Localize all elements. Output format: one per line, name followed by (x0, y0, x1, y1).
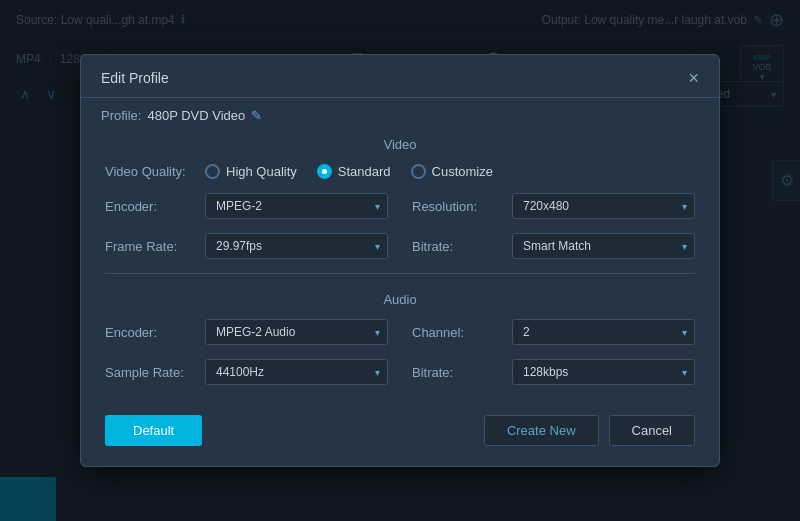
video-bitrate-pair: Bitrate: Smart Match 1000kbps 2000kbps 4… (412, 233, 695, 259)
encoder-select-wrap: MPEG-2 MPEG-1 H.264 ▾ (205, 193, 388, 219)
samplerate-label: Sample Rate: (105, 365, 205, 380)
radio-standard-circle (317, 164, 332, 179)
dialog-header: Edit Profile × (81, 55, 719, 98)
video-quality-label: Video Quality: (105, 164, 205, 179)
framerate-bitrate-row: Frame Rate: 29.97fps 25fps 30fps 24fps ▾… (105, 233, 695, 259)
resolution-pair: Resolution: 720x480 1280x720 1920x1080 ▾ (412, 193, 695, 219)
video-section: Video Video Quality: High Quality Standa… (81, 129, 719, 259)
audio-section: Audio Encoder: MPEG-2 Audio AAC MP3 ▾ (81, 284, 719, 385)
edit-profile-dialog: Edit Profile × Profile: 480P DVD Video ✎… (80, 54, 720, 467)
profile-prefix: Profile: (101, 108, 141, 123)
video-quality-row: Video Quality: High Quality Standard Cus… (105, 164, 695, 179)
cancel-button[interactable]: Cancel (609, 415, 695, 446)
close-button[interactable]: × (688, 69, 699, 87)
audio-encoder-select[interactable]: MPEG-2 Audio AAC MP3 (205, 319, 388, 345)
radio-high-quality[interactable]: High Quality (205, 164, 297, 179)
channel-select-wrap: 2 1 6 ▾ (512, 319, 695, 345)
samplerate-select-wrap: 44100Hz 22050Hz 48000Hz ▾ (205, 359, 388, 385)
samplerate-bitrate-row: Sample Rate: 44100Hz 22050Hz 48000Hz ▾ B… (105, 359, 695, 385)
channel-select[interactable]: 2 1 6 (512, 319, 695, 345)
video-quality-radio-group: High Quality Standard Customize (205, 164, 695, 179)
default-button[interactable]: Default (105, 415, 202, 446)
encoder-pair: Encoder: MPEG-2 MPEG-1 H.264 ▾ (105, 193, 388, 219)
encoder-select[interactable]: MPEG-2 MPEG-1 H.264 (205, 193, 388, 219)
encoder-resolution-row: Encoder: MPEG-2 MPEG-1 H.264 ▾ Resolutio… (105, 193, 695, 219)
radio-customize-label: Customize (432, 164, 493, 179)
resolution-select[interactable]: 720x480 1280x720 1920x1080 (512, 193, 695, 219)
audio-encoder-select-wrap: MPEG-2 Audio AAC MP3 ▾ (205, 319, 388, 345)
framerate-label: Frame Rate: (105, 239, 205, 254)
footer-right-buttons: Create New Cancel (484, 415, 695, 446)
radio-high-quality-label: High Quality (226, 164, 297, 179)
resolution-select-wrap: 720x480 1280x720 1920x1080 ▾ (512, 193, 695, 219)
audio-encoder-pair: Encoder: MPEG-2 Audio AAC MP3 ▾ (105, 319, 388, 345)
radio-customize[interactable]: Customize (411, 164, 493, 179)
encoder-label: Encoder: (105, 199, 205, 214)
create-new-button[interactable]: Create New (484, 415, 599, 446)
profile-name: 480P DVD Video (147, 108, 245, 123)
audio-section-label: Audio (105, 284, 695, 319)
video-bitrate-select[interactable]: Smart Match 1000kbps 2000kbps 4000kbps (512, 233, 695, 259)
audio-bitrate-pair: Bitrate: 128kbps 64kbps 192kbps 256kbps … (412, 359, 695, 385)
radio-high-quality-circle (205, 164, 220, 179)
audio-bitrate-label: Bitrate: (412, 365, 512, 380)
video-bitrate-label: Bitrate: (412, 239, 512, 254)
radio-standard[interactable]: Standard (317, 164, 391, 179)
section-divider (105, 273, 695, 274)
radio-standard-label: Standard (338, 164, 391, 179)
audio-encoder-channel-row: Encoder: MPEG-2 Audio AAC MP3 ▾ Channel: (105, 319, 695, 345)
video-section-label: Video (105, 129, 695, 164)
framerate-pair: Frame Rate: 29.97fps 25fps 30fps 24fps ▾ (105, 233, 388, 259)
samplerate-select[interactable]: 44100Hz 22050Hz 48000Hz (205, 359, 388, 385)
resolution-label: Resolution: (412, 199, 512, 214)
radio-customize-circle (411, 164, 426, 179)
dialog-title: Edit Profile (101, 70, 169, 86)
framerate-select[interactable]: 29.97fps 25fps 30fps 24fps (205, 233, 388, 259)
video-bitrate-select-wrap: Smart Match 1000kbps 2000kbps 4000kbps ▾ (512, 233, 695, 259)
framerate-select-wrap: 29.97fps 25fps 30fps 24fps ▾ (205, 233, 388, 259)
audio-bitrate-select[interactable]: 128kbps 64kbps 192kbps 256kbps (512, 359, 695, 385)
dialog-overlay: Edit Profile × Profile: 480P DVD Video ✎… (0, 0, 800, 521)
channel-pair: Channel: 2 1 6 ▾ (412, 319, 695, 345)
profile-edit-icon[interactable]: ✎ (251, 108, 262, 123)
audio-encoder-label: Encoder: (105, 325, 205, 340)
profile-row: Profile: 480P DVD Video ✎ (81, 98, 719, 129)
channel-label: Channel: (412, 325, 512, 340)
audio-bitrate-select-wrap: 128kbps 64kbps 192kbps 256kbps ▾ (512, 359, 695, 385)
samplerate-pair: Sample Rate: 44100Hz 22050Hz 48000Hz ▾ (105, 359, 388, 385)
dialog-footer: Default Create New Cancel (81, 399, 719, 446)
